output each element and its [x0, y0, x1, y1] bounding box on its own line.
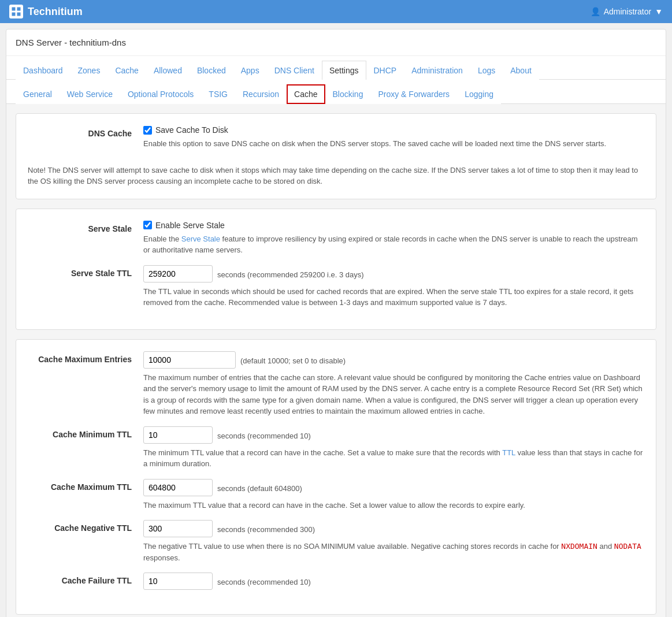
svg-rect-2	[12, 12, 16, 16]
page-title: DNS Server - technitium-dns	[6, 29, 666, 56]
tab-allowed[interactable]: Allowed	[146, 61, 190, 80]
enable-serve-stale-checkbox[interactable]	[143, 221, 152, 229]
neg-ttl-desc-pre: The negative TTL value to use when there…	[143, 542, 561, 551]
min-ttl-desc-pre: The minimum TTL value that a record can …	[143, 448, 502, 457]
serve-stale-ttl-label: Serve Stale TTL	[28, 265, 143, 278]
tab-cache[interactable]: Cache	[107, 61, 146, 80]
dns-cache-content: Save Cache To Disk Enable this option to…	[143, 125, 644, 150]
enable-serve-stale-label: Enable Serve Stale	[155, 221, 225, 230]
dns-cache-note: Note! The DNS server will attempt to sav…	[28, 159, 644, 187]
max-entries-input-row: 10000 (default 10000; set 0 to disable)	[143, 351, 644, 369]
tab-optional-protocols[interactable]: Optional Protocols	[120, 84, 201, 104]
header-user[interactable]: 👤 Administrator ▼	[591, 7, 663, 16]
tab-logging[interactable]: Logging	[457, 84, 501, 104]
dns-cache-section: DNS Cache Save Cache To Disk Enable this…	[16, 113, 656, 199]
user-label: Administrator	[604, 7, 651, 16]
min-ttl-input[interactable]: 10	[143, 426, 213, 444]
max-entries-suffix: (default 10000; set 0 to disable)	[240, 355, 346, 367]
tab-dashboard[interactable]: Dashboard	[16, 61, 70, 80]
serve-stale-section: Serve Stale Enable Serve Stale Enable th…	[16, 209, 656, 330]
max-entries-input[interactable]: 10000	[143, 351, 236, 369]
max-ttl-description: The maximum TTL value that a record can …	[143, 500, 644, 511]
serve-stale-ttl-suffix: seconds (recommended 259200 i.e. 3 days)	[217, 269, 364, 281]
tab-logs[interactable]: Logs	[470, 61, 503, 80]
save-cache-checkbox[interactable]	[143, 126, 152, 135]
max-ttl-suffix: seconds (default 604800)	[217, 483, 302, 495]
tab-blocking[interactable]: Blocking	[325, 84, 371, 104]
tab-tsig[interactable]: TSIG	[201, 84, 235, 104]
min-ttl-row: Cache Minimum TTL 10 seconds (recommende…	[28, 426, 644, 470]
save-cache-label: Save Cache To Disk	[155, 125, 228, 135]
max-ttl-input[interactable]: 604800	[143, 479, 213, 496]
tab-dhcp[interactable]: DHCP	[366, 61, 404, 80]
serve-stale-ttl-input-row: 259200 seconds (recommended 259200 i.e. …	[143, 265, 644, 283]
serve-stale-row: Serve Stale Enable Serve Stale Enable th…	[28, 221, 644, 256]
ttl-link[interactable]: TTL	[502, 448, 515, 457]
min-ttl-content: 10 seconds (recommended 10) The minimum …	[143, 426, 644, 470]
fail-ttl-label: Cache Failure TTL	[28, 573, 143, 585]
serve-stale-ttl-row: Serve Stale TTL 259200 seconds (recommen…	[28, 265, 644, 308]
main-container: DNS Server - technitium-dns Dashboard Zo…	[6, 29, 666, 617]
max-entries-content: 10000 (default 10000; set 0 to disable) …	[143, 351, 644, 417]
neg-ttl-suffix: seconds (recommended 300)	[217, 524, 315, 536]
max-entries-description: The maximum number of entries that the c…	[143, 372, 644, 417]
tab-proxy-forwarders[interactable]: Proxy & Forwarders	[370, 84, 457, 104]
min-ttl-input-row: 10 seconds (recommended 10)	[143, 426, 644, 444]
neg-ttl-content: 300 seconds (recommended 300) The negati…	[143, 520, 644, 563]
enable-serve-stale-row: Enable Serve Stale	[143, 221, 644, 230]
serve-stale-link[interactable]: Serve Stale	[181, 235, 220, 243]
tab-general[interactable]: General	[16, 84, 60, 104]
neg-ttl-input[interactable]: 300	[143, 520, 213, 537]
header: Technitium 👤 Administrator ▼	[0, 0, 672, 23]
fail-ttl-input[interactable]: 10	[143, 573, 213, 590]
serve-stale-description: Enable the Serve Stale feature to improv…	[143, 233, 644, 256]
serve-stale-ttl-content: 259200 seconds (recommended 259200 i.e. …	[143, 265, 644, 308]
tab-settings[interactable]: Settings	[322, 61, 366, 80]
tab-web-service[interactable]: Web Service	[60, 84, 120, 104]
max-ttl-label: Cache Maximum TTL	[28, 479, 143, 492]
tab-blocked[interactable]: Blocked	[190, 61, 233, 80]
tab-zones[interactable]: Zones	[70, 61, 108, 80]
fail-ttl-input-row: 10 seconds (recommended 10)	[143, 573, 644, 590]
neg-ttl-red1: NXDOMAIN	[561, 542, 597, 551]
neg-ttl-description: The negative TTL value to use when there…	[143, 541, 644, 563]
min-ttl-description: The minimum TTL value that a record can …	[143, 447, 644, 470]
tab-cache-settings[interactable]: Cache	[287, 84, 325, 104]
save-cache-description: Enable this option to save DNS cache on …	[143, 138, 644, 150]
serve-stale-ttl-input[interactable]: 259200	[143, 265, 213, 283]
save-cache-checkbox-row: Save Cache To Disk	[143, 125, 644, 135]
svg-rect-0	[12, 7, 16, 11]
neg-ttl-mid: and	[597, 542, 614, 551]
max-ttl-input-row: 604800 seconds (default 604800)	[143, 479, 644, 496]
content-area: DNS Cache Save Cache To Disk Enable this…	[6, 104, 666, 617]
min-ttl-suffix: seconds (recommended 10)	[217, 430, 311, 442]
tab-dns-client[interactable]: DNS Client	[267, 61, 322, 80]
max-entries-row: Cache Maximum Entries 10000 (default 100…	[28, 351, 644, 417]
tab-administration[interactable]: Administration	[404, 61, 470, 80]
main-tab-bar: Dashboard Zones Cache Allowed Blocked Ap…	[6, 56, 666, 80]
user-icon: 👤	[591, 7, 600, 16]
neg-ttl-red2: NODATA	[614, 542, 641, 551]
neg-ttl-input-row: 300 seconds (recommended 300)	[143, 520, 644, 537]
cache-settings-section: Cache Maximum Entries 10000 (default 100…	[16, 339, 656, 615]
fail-ttl-suffix: seconds (recommended 10)	[217, 577, 311, 588]
max-entries-label: Cache Maximum Entries	[28, 351, 143, 364]
serve-stale-desc-pre: Enable the	[143, 235, 181, 243]
min-ttl-label: Cache Minimum TTL	[28, 426, 143, 439]
neg-ttl-label: Cache Negative TTL	[28, 520, 143, 533]
fail-ttl-content: 10 seconds (recommended 10)	[143, 573, 644, 593]
brand-icon	[9, 5, 23, 18]
max-ttl-content: 604800 seconds (default 604800) The maxi…	[143, 479, 644, 511]
serve-stale-content: Enable Serve Stale Enable the Serve Stal…	[143, 221, 644, 256]
brand: Technitium	[9, 5, 83, 18]
dns-cache-label: DNS Cache	[28, 125, 143, 138]
settings-tab-bar: General Web Service Optional Protocols T…	[6, 80, 666, 104]
tab-about[interactable]: About	[503, 61, 539, 80]
fail-ttl-row: Cache Failure TTL 10 seconds (recommende…	[28, 573, 644, 593]
neg-ttl-row: Cache Negative TTL 300 seconds (recommen…	[28, 520, 644, 563]
tab-recursion[interactable]: Recursion	[235, 84, 287, 104]
max-ttl-row: Cache Maximum TTL 604800 seconds (defaul…	[28, 479, 644, 511]
tab-apps[interactable]: Apps	[233, 61, 267, 80]
svg-rect-3	[17, 12, 21, 16]
dropdown-icon: ▼	[655, 7, 663, 16]
